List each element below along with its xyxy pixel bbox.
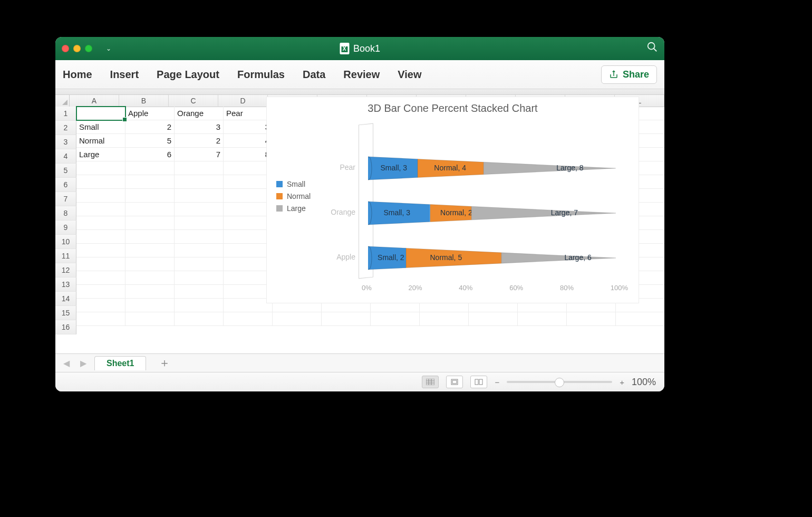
row-header-16[interactable]: 16 (55, 320, 76, 334)
cell-D3[interactable]: 4 (224, 134, 273, 148)
page-break-view-button[interactable] (470, 376, 487, 388)
cell-D13[interactable] (224, 271, 273, 285)
cell-C13[interactable] (175, 271, 224, 285)
cell-A2[interactable]: Small (76, 120, 125, 134)
quick-access-chevron-icon[interactable]: ⌄ (106, 45, 111, 52)
row-header-12[interactable]: 12 (55, 263, 76, 277)
cell-H16[interactable] (420, 312, 469, 326)
cell-B15[interactable] (125, 299, 175, 312)
cell-B7[interactable] (125, 189, 175, 203)
cell-D2[interactable]: 3 (224, 120, 273, 134)
cell-C10[interactable] (175, 230, 224, 244)
cell-C15[interactable] (175, 299, 224, 312)
cell-D11[interactable] (224, 244, 273, 257)
cell-B6[interactable] (125, 175, 175, 189)
cell-D8[interactable] (224, 203, 273, 216)
cell-C4[interactable]: 7 (175, 148, 224, 161)
sheet-tab-sheet1[interactable]: Sheet1 (94, 356, 146, 370)
tab-review[interactable]: Review (343, 69, 380, 81)
cell-K16[interactable] (567, 312, 616, 326)
col-header-B[interactable]: B (119, 95, 169, 107)
cell-B3[interactable]: 5 (125, 134, 175, 148)
cell-D10[interactable] (224, 230, 273, 244)
cell-A15[interactable] (76, 299, 125, 312)
cell-C3[interactable]: 2 (175, 134, 224, 148)
cell-B13[interactable] (125, 271, 175, 285)
cell-E16[interactable] (273, 312, 322, 326)
cell-A10[interactable] (76, 230, 125, 244)
cell-B4[interactable]: 6 (125, 148, 175, 161)
cell-C7[interactable] (175, 189, 224, 203)
zoom-in-button[interactable]: + (620, 378, 624, 387)
zoom-level[interactable]: 100% (632, 377, 656, 388)
tab-insert[interactable]: Insert (110, 69, 139, 81)
col-header-C[interactable]: C (169, 95, 218, 107)
cell-C1[interactable]: Orange (175, 107, 224, 120)
cell-C2[interactable]: 3 (175, 120, 224, 134)
minimize-window-button[interactable] (73, 45, 81, 52)
embedded-chart[interactable]: 3D Bar Cone Percent Stacked Chart Small … (266, 97, 639, 303)
row-header-3[interactable]: 3 (55, 135, 76, 149)
tab-home[interactable]: Home (63, 69, 92, 81)
cell-B14[interactable] (125, 285, 175, 299)
cell-G16[interactable] (371, 312, 420, 326)
row-header-1[interactable]: 1 (55, 107, 76, 121)
cell-D7[interactable] (224, 189, 273, 203)
row-header-13[interactable]: 13 (55, 277, 76, 292)
cell-D5[interactable] (224, 161, 273, 175)
cell-A9[interactable] (76, 216, 125, 230)
cell-A7[interactable] (76, 189, 125, 203)
cell-B5[interactable] (125, 161, 175, 175)
add-sheet-button[interactable]: ＋ (151, 355, 178, 371)
cell-C9[interactable] (175, 216, 224, 230)
cell-A13[interactable] (76, 271, 125, 285)
cell-D4[interactable]: 8 (224, 148, 273, 161)
cell-B9[interactable] (125, 216, 175, 230)
cell-C11[interactable] (175, 244, 224, 257)
cell-B16[interactable] (125, 312, 175, 326)
cell-A3[interactable]: Normal (76, 134, 125, 148)
cell-C14[interactable] (175, 285, 224, 299)
cell-D15[interactable] (224, 299, 273, 312)
row-header-10[interactable]: 10 (55, 235, 76, 249)
row-header-14[interactable]: 14 (55, 292, 76, 306)
search-icon[interactable] (646, 41, 658, 56)
cell-A5[interactable] (76, 161, 125, 175)
cell-A14[interactable] (76, 285, 125, 299)
row-header-5[interactable]: 5 (55, 164, 76, 178)
cell-A6[interactable] (76, 175, 125, 189)
normal-view-button[interactable] (422, 376, 439, 388)
cell-B12[interactable] (125, 257, 175, 271)
cell-A8[interactable] (76, 203, 125, 216)
cell-C5[interactable] (175, 161, 224, 175)
row-header-6[interactable]: 6 (55, 178, 76, 192)
cell-B10[interactable] (125, 230, 175, 244)
cell-D6[interactable] (224, 175, 273, 189)
cell-D16[interactable] (224, 312, 273, 326)
tab-view[interactable]: View (398, 69, 421, 81)
row-header-4[interactable]: 4 (55, 149, 76, 164)
row-header-7[interactable]: 7 (55, 192, 76, 206)
zoom-window-button[interactable] (85, 45, 92, 52)
cell-B2[interactable]: 2 (125, 120, 175, 134)
fill-handle[interactable] (122, 117, 127, 122)
cell-C12[interactable] (175, 257, 224, 271)
zoom-slider-knob[interactable] (555, 378, 564, 387)
cell-A16[interactable] (76, 312, 125, 326)
col-header-A[interactable]: A (70, 95, 119, 107)
cell-A11[interactable] (76, 244, 125, 257)
row-header-2[interactable]: 2 (55, 121, 76, 135)
cell-C16[interactable] (175, 312, 224, 326)
cell-C6[interactable] (175, 175, 224, 189)
col-header-D[interactable]: D (218, 95, 268, 107)
cell-D14[interactable] (224, 285, 273, 299)
row-header-9[interactable]: 9 (55, 221, 76, 235)
tab-formulas[interactable]: Formulas (237, 69, 285, 81)
page-layout-view-button[interactable] (446, 376, 463, 388)
cell-D9[interactable] (224, 216, 273, 230)
next-sheet-button[interactable]: ▶ (78, 358, 89, 368)
close-window-button[interactable] (62, 45, 69, 52)
row-header-11[interactable]: 11 (55, 249, 76, 263)
prev-sheet-button[interactable]: ◀ (61, 358, 72, 368)
tab-data[interactable]: Data (303, 69, 325, 81)
